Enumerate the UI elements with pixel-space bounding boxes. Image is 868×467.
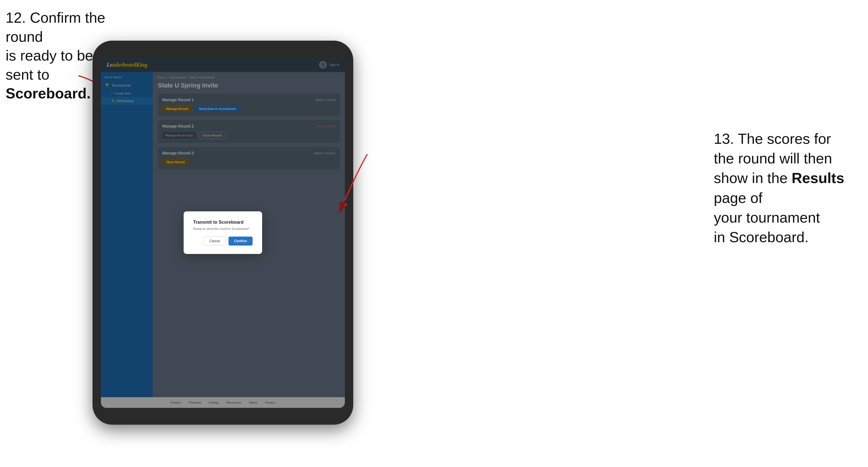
step13-bold: Results xyxy=(792,170,844,186)
instruction-step13: 13. The scores forthe round will thensho… xyxy=(714,129,862,247)
modal-title: Transmit to Scoreboard xyxy=(193,220,253,225)
modal-cancel-button[interactable]: Cancel xyxy=(204,237,226,246)
tablet-device: LeaderboardKing 👤 Sign In MAIN MENU 🏆 To… xyxy=(93,41,353,425)
step12-bold: Scoreboard. xyxy=(6,85,91,101)
modal-confirm-button[interactable]: Confirm xyxy=(228,237,253,246)
transmit-modal: Transmit to Scoreboard Ready to send thi… xyxy=(184,211,262,254)
tablet-screen: LeaderboardKing 👤 Sign In MAIN MENU 🏆 To… xyxy=(101,58,345,408)
modal-subtitle: Ready to send this round to Scoreboard? xyxy=(193,227,253,230)
modal-overlay: Transmit to Scoreboard Ready to send thi… xyxy=(101,58,345,408)
modal-actions: Cancel Confirm xyxy=(193,237,253,246)
